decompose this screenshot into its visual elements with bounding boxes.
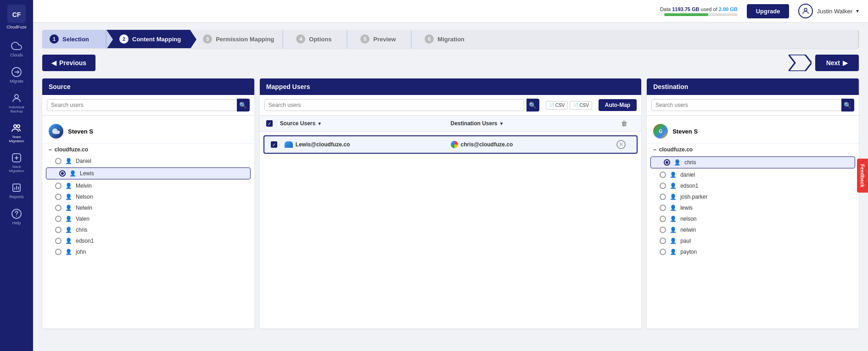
- csv-icon-2: 📄: [573, 103, 578, 108]
- mapped-action-col-header: 🗑: [621, 119, 635, 128]
- chevron-right-icon: ▶: [843, 59, 848, 67]
- source-domain: – cloudfuze.co: [42, 144, 254, 156]
- destination-user-nelwin[interactable]: 👤 nelwin: [647, 224, 859, 235]
- mapped-row-checkbox-col: ✓: [271, 141, 285, 148]
- destination-user-paul[interactable]: 👤 paul: [647, 235, 859, 246]
- source-panel: Source 🔍 St: [42, 78, 254, 329]
- source-radio-nelson: [55, 194, 62, 200]
- destination-user-lewis[interactable]: 👤 lewis: [647, 202, 859, 213]
- step-6-migration[interactable]: 6 Migration: [412, 30, 859, 48]
- step-5-preview[interactable]: 5 Preview: [347, 30, 412, 48]
- source-user-john[interactable]: 👤 john: [42, 246, 254, 257]
- destination-search-input[interactable]: [651, 99, 842, 111]
- mapped-search-input[interactable]: [264, 99, 524, 111]
- storage-info: Data 1193.75 GB used of 2.00 GB: [660, 6, 738, 16]
- svg-point-9: [16, 216, 17, 217]
- sidebar-item-individual-backup[interactable]: IndividualBackup: [0, 89, 33, 117]
- mapped-table-header: ✓ Source Users ▼ Destination Users ▼ 🗑: [260, 116, 641, 132]
- csv-icon: 📄: [549, 103, 554, 108]
- mapped-search-button[interactable]: 🔍: [526, 99, 539, 111]
- user-person-icon: 👤: [670, 216, 677, 222]
- destination-user-payton[interactable]: 👤 payton: [647, 246, 859, 257]
- step-2-content-mapping[interactable]: 2 Content Mapping: [106, 30, 190, 48]
- source-panel-body: Steven S – cloudfuze.co 👤 Daniel: [42, 116, 254, 329]
- source-email: Lewis@cloudfuze.co: [285, 141, 350, 148]
- user-person-icon: 👤: [670, 249, 677, 255]
- mapped-search-row: 🔍 📄 CSV 📄 CSV Auto-Map: [260, 95, 641, 116]
- mapped-row-checkbox[interactable]: ✓: [271, 141, 277, 148]
- source-radio-daniel: [55, 158, 62, 164]
- select-all-checkbox[interactable]: ✓: [266, 120, 273, 127]
- source-user-daniel[interactable]: 👤 Daniel: [42, 156, 254, 167]
- user-person-icon: 👤: [670, 194, 677, 200]
- step-3-permission-mapping[interactable]: 3 Permission Mapping: [190, 30, 283, 48]
- storage-bar-bg: [664, 13, 738, 16]
- migrate-icon: [11, 67, 22, 78]
- sidebar-item-clouds[interactable]: Clouds: [0, 37, 33, 61]
- source-search-row: 🔍: [42, 95, 254, 116]
- avatar: [798, 4, 813, 18]
- radio-dot: [61, 172, 64, 175]
- csv-export-button[interactable]: 📄 CSV: [570, 101, 592, 110]
- chevron-left-icon: ◀: [51, 59, 56, 67]
- sidebar-item-slack-migration[interactable]: SlackMigration: [0, 149, 33, 177]
- sidebar: CF CloudFuze Clouds Migrate IndividualBa…: [0, 0, 33, 351]
- svg-point-5: [17, 125, 20, 128]
- source-search-button[interactable]: 🔍: [237, 99, 250, 111]
- dest-radio-nelson: [660, 216, 666, 222]
- sidebar-item-reports[interactable]: Reports: [0, 178, 33, 203]
- destination-user-edson1[interactable]: 👤 edson1: [647, 180, 859, 191]
- destination-panel-header: Destination: [647, 78, 859, 95]
- sidebar-item-help[interactable]: Help: [0, 205, 33, 229]
- user-person-icon: 👤: [65, 205, 72, 211]
- destination-user-josh-parker[interactable]: 👤 josh.parker: [647, 191, 859, 202]
- source-radio-edson1: [55, 238, 62, 244]
- team-migration-icon: [11, 123, 22, 134]
- feedback-tab[interactable]: Feedback: [857, 158, 868, 193]
- svg-text:CF: CF: [12, 11, 21, 18]
- delete-mapping-button[interactable]: ✕: [616, 140, 626, 149]
- source-user-valen[interactable]: 👤 Valen: [42, 213, 254, 224]
- next-wrapper: Next ▶: [789, 55, 859, 71]
- destination-user-daniel[interactable]: 👤 daniel: [647, 169, 859, 180]
- user-profile[interactable]: Justin Walker ▾: [798, 4, 859, 18]
- source-user-melvin[interactable]: 👤 Melvin: [42, 180, 254, 191]
- dest-radio-paul: [660, 238, 666, 244]
- destination-panel-body: G Steven S – cloudfuze.co 👤: [647, 116, 859, 329]
- previous-button[interactable]: ◀ Previous: [42, 55, 95, 71]
- destination-search-button[interactable]: 🔍: [841, 99, 854, 111]
- user-person-icon: 👤: [65, 194, 72, 200]
- storage-bar-fill: [664, 13, 708, 16]
- source-user-nelwin[interactable]: 👤 Nelwin: [42, 202, 254, 213]
- step-4-circle: 4: [296, 34, 305, 44]
- destination-user-nelson[interactable]: 👤 nelson: [647, 213, 859, 224]
- destination-user-chris[interactable]: 👤 chris: [650, 156, 855, 168]
- source-search-input[interactable]: [47, 99, 237, 111]
- next-button[interactable]: Next ▶: [815, 55, 859, 71]
- user-person-icon: 👤: [670, 205, 677, 211]
- sidebar-item-label: IndividualBackup: [9, 105, 24, 113]
- user-person-icon: 👤: [670, 183, 677, 189]
- dest-radio-nelwin: [660, 227, 666, 233]
- upgrade-button[interactable]: Upgrade: [747, 4, 790, 18]
- source-user-lewis[interactable]: 👤 Lewis: [46, 167, 251, 179]
- csv-import-button[interactable]: 📄 CSV: [546, 101, 568, 110]
- dest-radio-daniel: [660, 172, 666, 178]
- source-panel-header: Source: [42, 78, 254, 95]
- step-4-options[interactable]: 4 Options: [283, 30, 347, 48]
- source-radio-lewis: [59, 170, 66, 177]
- content-area: 1 Selection 2 Content Mapping 3 Permissi…: [33, 22, 868, 351]
- delete-all-icon[interactable]: 🗑: [621, 120, 627, 127]
- source-user-nelson[interactable]: 👤 Nelson: [42, 191, 254, 202]
- csv-buttons: 📄 CSV 📄 CSV: [546, 101, 592, 110]
- sidebar-item-migrate[interactable]: Migrate: [0, 63, 33, 87]
- source-user-chris[interactable]: 👤 chris: [42, 224, 254, 235]
- sidebar-item-team-migration[interactable]: TeamMigration: [0, 119, 33, 147]
- step-3-label: Permission Mapping: [216, 36, 274, 43]
- step-1-label: Selection: [62, 36, 89, 43]
- individual-backup-icon: [11, 93, 22, 104]
- source-user-edson1[interactable]: 👤 edson1: [42, 235, 254, 246]
- step-1-selection[interactable]: 1 Selection: [42, 30, 106, 48]
- auto-map-button[interactable]: Auto-Map: [599, 99, 637, 111]
- dest-email: chris@cloudfuze.co: [451, 141, 513, 148]
